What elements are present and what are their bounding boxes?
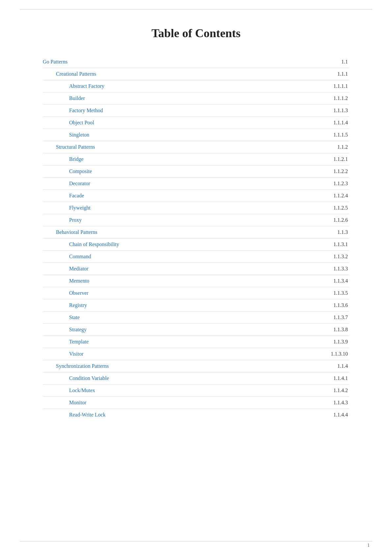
toc-link-registry[interactable]: Registry — [69, 302, 87, 308]
toc-link-state[interactable]: State — [69, 315, 80, 320]
toc-link-behavioral-patterns[interactable]: Behavioral Patterns — [56, 229, 97, 235]
toc-link-observer[interactable]: Observer — [69, 290, 89, 296]
toc-number-flyweight: 1.1.2.5 — [319, 202, 349, 214]
toc-row: Strategy1.1.3.8 — [43, 324, 349, 336]
toc-number-condition-variable: 1.1.4.1 — [319, 372, 349, 385]
toc-row: Structural Patterns1.1.2 — [43, 141, 349, 153]
toc-number-observer: 1.1.3.5 — [319, 287, 349, 299]
toc-row: Template1.1.3.9 — [43, 336, 349, 348]
toc-link-singleton[interactable]: Singleton — [69, 132, 89, 138]
toc-link-factory-method[interactable]: Factory Method — [69, 108, 103, 113]
toc-number-go-patterns: 1.1 — [319, 56, 349, 68]
toc-row: Object Pool1.1.1.4 — [43, 117, 349, 129]
toc-link-synchronization-patterns[interactable]: Synchronization Patterns — [56, 363, 109, 369]
toc-link-composite[interactable]: Composite — [69, 168, 92, 174]
toc-row: Flyweight1.1.2.5 — [43, 202, 349, 214]
toc-link-condition-variable[interactable]: Condition Variable — [69, 375, 109, 381]
toc-number-chain-of-responsibility: 1.1.3.1 — [319, 239, 349, 251]
toc-number-builder: 1.1.1.2 — [319, 92, 349, 105]
toc-number-bridge: 1.1.2.1 — [319, 153, 349, 165]
toc-link-visitor[interactable]: Visitor — [69, 351, 83, 357]
toc-link-go-patterns[interactable]: Go Patterns — [43, 59, 67, 64]
toc-row: Visitor1.1.3.10 — [43, 348, 349, 360]
toc-number-strategy: 1.1.3.8 — [319, 324, 349, 336]
toc-link-bridge[interactable]: Bridge — [69, 156, 84, 162]
toc-row: Facade1.1.2.4 — [43, 190, 349, 202]
page-title: Table of Contents — [43, 26, 349, 40]
toc-row: Decorator1.1.2.3 — [43, 178, 349, 190]
toc-row: Singleton1.1.1.5 — [43, 129, 349, 141]
toc-number-read-write-lock: 1.1.4.4 — [319, 409, 349, 421]
toc-number-state: 1.1.3.7 — [319, 312, 349, 324]
toc-number-creational-patterns: 1.1.1 — [319, 68, 349, 80]
toc-number-object-pool: 1.1.1.4 — [319, 117, 349, 129]
toc-link-template[interactable]: Template — [69, 339, 89, 344]
toc-row: Command1.1.3.2 — [43, 251, 349, 263]
toc-row: Chain of Responsibility1.1.3.1 — [43, 239, 349, 251]
toc-number-command: 1.1.3.2 — [319, 251, 349, 263]
toc-row: Monitor1.1.4.3 — [43, 397, 349, 409]
toc-row: Condition Variable1.1.4.1 — [43, 372, 349, 385]
toc-number-template: 1.1.3.9 — [319, 336, 349, 348]
top-border — [20, 9, 372, 10]
toc-link-read-write-lock[interactable]: Read-Write Lock — [69, 412, 106, 417]
toc-row: Memento1.1.3.4 — [43, 275, 349, 287]
toc-number-structural-patterns: 1.1.2 — [319, 141, 349, 153]
toc-row: Go Patterns1.1 — [43, 56, 349, 68]
toc-number-proxy: 1.1.2.6 — [319, 214, 349, 226]
toc-number-behavioral-patterns: 1.1.3 — [319, 226, 349, 239]
toc-table: Go Patterns1.1Creational Patterns1.1.1Ab… — [43, 56, 349, 421]
toc-row: Abstract Factory1.1.1.1 — [43, 80, 349, 92]
toc-link-structural-patterns[interactable]: Structural Patterns — [56, 144, 95, 150]
toc-row: Bridge1.1.2.1 — [43, 153, 349, 165]
toc-row: Lock/Mutex1.1.4.2 — [43, 385, 349, 397]
toc-row: Proxy1.1.2.6 — [43, 214, 349, 226]
toc-link-object-pool[interactable]: Object Pool — [69, 120, 94, 125]
toc-row: Observer1.1.3.5 — [43, 287, 349, 299]
toc-number-abstract-factory: 1.1.1.1 — [319, 80, 349, 92]
toc-row: Creational Patterns1.1.1 — [43, 68, 349, 80]
toc-link-chain-of-responsibility[interactable]: Chain of Responsibility — [69, 241, 119, 247]
toc-link-abstract-factory[interactable]: Abstract Factory — [69, 83, 104, 89]
toc-number-visitor: 1.1.3.10 — [319, 348, 349, 360]
toc-number-decorator: 1.1.2.3 — [319, 178, 349, 190]
toc-link-creational-patterns[interactable]: Creational Patterns — [56, 71, 96, 77]
toc-row: Behavioral Patterns1.1.3 — [43, 226, 349, 239]
toc-row: Read-Write Lock1.1.4.4 — [43, 409, 349, 421]
toc-number-factory-method: 1.1.1.3 — [319, 105, 349, 117]
toc-number-monitor: 1.1.4.3 — [319, 397, 349, 409]
toc-row: State1.1.3.7 — [43, 312, 349, 324]
toc-link-memento[interactable]: Memento — [69, 278, 89, 284]
toc-number-facade: 1.1.2.4 — [319, 190, 349, 202]
toc-row: Builder1.1.1.2 — [43, 92, 349, 105]
toc-number-lock-mutex: 1.1.4.2 — [319, 385, 349, 397]
toc-link-flyweight[interactable]: Flyweight — [69, 205, 91, 211]
toc-link-mediator[interactable]: Mediator — [69, 266, 89, 271]
toc-link-facade[interactable]: Facade — [69, 193, 84, 198]
toc-link-lock-mutex[interactable]: Lock/Mutex — [69, 388, 95, 393]
toc-link-decorator[interactable]: Decorator — [69, 181, 90, 186]
toc-link-strategy[interactable]: Strategy — [69, 327, 87, 332]
toc-row: Factory Method1.1.1.3 — [43, 105, 349, 117]
page-number: 1 — [367, 543, 370, 548]
toc-link-proxy[interactable]: Proxy — [69, 217, 82, 223]
toc-number-registry: 1.1.3.6 — [319, 299, 349, 312]
toc-link-monitor[interactable]: Monitor — [69, 400, 86, 405]
toc-number-singleton: 1.1.1.5 — [319, 129, 349, 141]
toc-number-memento: 1.1.3.4 — [319, 275, 349, 287]
toc-number-mediator: 1.1.3.3 — [319, 263, 349, 275]
toc-row: Mediator1.1.3.3 — [43, 263, 349, 275]
toc-link-command[interactable]: Command — [69, 254, 91, 259]
toc-row: Synchronization Patterns1.1.4 — [43, 360, 349, 372]
toc-row: Registry1.1.3.6 — [43, 299, 349, 312]
toc-number-composite: 1.1.2.2 — [319, 165, 349, 178]
toc-number-synchronization-patterns: 1.1.4 — [319, 360, 349, 372]
toc-link-builder[interactable]: Builder — [69, 95, 85, 101]
toc-row: Composite1.1.2.2 — [43, 165, 349, 178]
bottom-border — [20, 541, 372, 541]
